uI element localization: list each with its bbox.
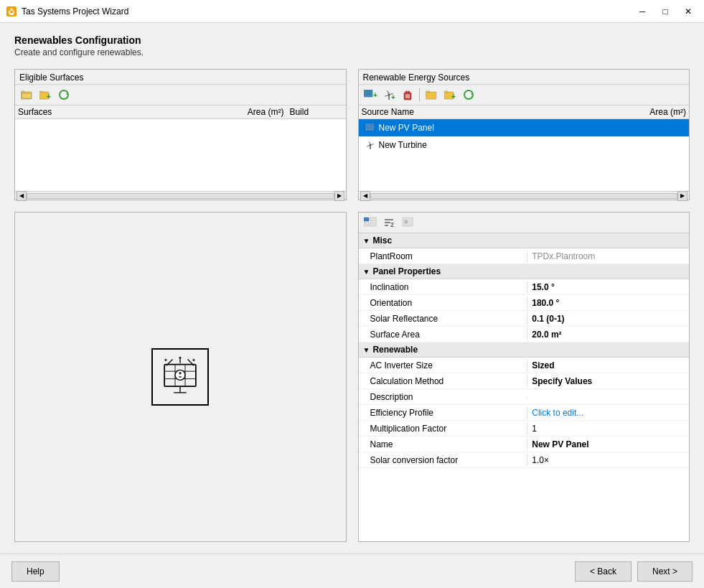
close-button[interactable]: ✕ (678, 4, 698, 19)
surfaces-scrollbar[interactable]: ◀ ▶ (15, 191, 346, 200)
save-source-btn[interactable]: + (441, 87, 459, 103)
open-folder-btn[interactable] (18, 87, 35, 103)
svg-text:+: + (47, 93, 51, 100)
orientation-name: Orientation (359, 297, 527, 309)
renewable-sources-toolbar: + + (359, 85, 690, 106)
prop-row-plantroom: PlantRoom TPDx.Plantroom (359, 248, 690, 264)
open-source-btn[interactable] (423, 87, 440, 103)
sources-scroll-left[interactable]: ◀ (360, 191, 370, 201)
prop-row-inclination: Inclination 15.0 ° (359, 279, 690, 295)
inclination-value[interactable]: 15.0 ° (527, 281, 689, 294)
pv-preview-icon: ✦ ✦ ✦ (151, 348, 209, 406)
page-title: Renewables Configuration (14, 34, 690, 46)
sources-scrollbar[interactable]: ◀ ▶ (359, 191, 690, 200)
next-button[interactable]: Next > (637, 561, 693, 582)
refresh-btn[interactable] (55, 87, 72, 103)
prop-row-multiplication: Multiplication Factor 1 (359, 421, 690, 437)
add-pv-btn[interactable]: + (362, 87, 379, 103)
surface-area-value[interactable]: 20.0 m² (527, 328, 689, 341)
description-value[interactable] (527, 396, 689, 398)
misc-section-header[interactable]: ▼ Misc (359, 233, 690, 248)
name-prop-value[interactable]: New PV Panel (527, 438, 689, 451)
props-list-view-btn[interactable] (362, 215, 379, 230)
pv-panel-name: New PV Panel (379, 123, 434, 133)
renewable-chevron: ▼ (363, 346, 370, 354)
ac-inverter-value[interactable]: Sized (527, 359, 689, 372)
title-bar: Tas Systems Project Wizard ─ □ ✕ (0, 0, 704, 23)
add-turbine-btn[interactable]: + (380, 87, 398, 103)
back-button[interactable]: < Back (575, 561, 632, 582)
efficiency-value[interactable]: Click to edit... (527, 406, 689, 419)
properties-toolbar: 2↓ ≡ (359, 213, 690, 233)
sources-table-body[interactable]: New PV Panel (359, 119, 690, 191)
solar-conversion-value[interactable]: 1.0× (527, 454, 689, 467)
renewable-section-header[interactable]: ▼ Renewable (359, 342, 690, 358)
table-row[interactable]: New PV Panel (359, 119, 690, 136)
scroll-track[interactable] (27, 193, 334, 199)
sources-scroll-track[interactable] (370, 193, 678, 199)
svg-rect-54 (364, 223, 369, 226)
eligible-surfaces-label: Eligible Surfaces (15, 70, 346, 85)
area-col-header: Area (m²) (177, 107, 289, 117)
name-prop-name: Name (359, 438, 527, 451)
svg-text:+: + (391, 93, 395, 101)
eligible-surfaces-panel: Eligible Surfaces + Surfaces Area (m²) B… (14, 69, 347, 200)
solar-reflectance-value[interactable]: 0.1 (0-1) (527, 312, 689, 325)
refresh-source-btn[interactable] (460, 87, 477, 103)
prop-row-name: Name New PV Panel (359, 437, 690, 452)
minimize-button[interactable]: ─ (632, 4, 652, 19)
plantroom-prop-name: PlantRoom (359, 250, 527, 263)
svg-rect-23 (426, 91, 430, 93)
svg-rect-25 (444, 91, 448, 93)
svg-rect-8 (364, 90, 372, 97)
renewable-sources-panel: Renewable Energy Sources + (358, 69, 690, 200)
svg-text:+: + (451, 93, 456, 100)
misc-section-label: Misc (372, 235, 392, 246)
panel-props-chevron: ▼ (363, 268, 370, 276)
calc-method-value[interactable]: Specify Values (527, 375, 689, 388)
orientation-value[interactable]: 180.0 ° (527, 297, 689, 309)
svg-point-40 (175, 370, 185, 380)
calc-method-name: Calculation Method (359, 375, 527, 388)
maximize-button[interactable]: □ (655, 4, 675, 19)
props-sort-btn[interactable]: 2↓ (380, 215, 398, 230)
build-col-header: Build (289, 107, 342, 117)
delete-source-btn[interactable] (399, 87, 416, 103)
svg-rect-5 (39, 91, 43, 93)
misc-chevron: ▼ (363, 237, 370, 245)
title-bar-text: Tas Systems Project Wizard (22, 6, 128, 17)
sources-scroll-right[interactable]: ▶ (677, 191, 687, 201)
multiplication-value[interactable]: 1 (527, 422, 689, 435)
prop-row-solar-conversion: Solar conversion factor 1.0× (359, 452, 690, 468)
help-button[interactable]: Help (11, 561, 60, 582)
page-subtitle: Create and configure renewables. (14, 47, 690, 57)
eligible-surfaces-toolbar: + (15, 85, 346, 106)
svg-text:✦: ✦ (164, 358, 169, 363)
new-folder-btn[interactable]: + (37, 87, 54, 103)
props-filter-btn[interactable]: ≡ (399, 215, 416, 230)
plantroom-prop-value: TPDx.Plantroom (527, 250, 689, 263)
solar-reflectance-name: Solar Reflectance (359, 312, 527, 325)
source-area-col-header: Area (m²) (556, 107, 686, 117)
table-row[interactable]: New Turbine (359, 136, 690, 154)
efficiency-name: Efficiency Profile (359, 406, 527, 419)
svg-text:+: + (373, 91, 377, 99)
turbine-icon (365, 139, 376, 151)
preview-panel: ✦ ✦ ✦ (14, 212, 347, 542)
svg-rect-55 (370, 223, 377, 226)
prop-row-description: Description (359, 389, 690, 405)
svg-text:✦: ✦ (192, 358, 196, 363)
scroll-right-btn[interactable]: ▶ (334, 191, 344, 201)
scroll-left-btn[interactable]: ◀ (17, 191, 27, 201)
properties-body: ▼ Misc PlantRoom TPDx.Plantroom ▼ Panel … (359, 233, 690, 541)
prop-row-orientation: Orientation 180.0 ° (359, 295, 690, 311)
sources-table-header: Source Name Area (m²) (359, 106, 690, 119)
prop-row-surface-area: Surface Area 20.0 m² (359, 327, 690, 342)
svg-rect-22 (426, 92, 436, 99)
svg-text:✦: ✦ (179, 355, 183, 360)
description-name: Description (359, 391, 527, 403)
panel-properties-section-header[interactable]: ▼ Panel Properties (359, 264, 690, 279)
surface-area-name: Surface Area (359, 328, 527, 341)
ac-inverter-name: AC Inverter Size (359, 359, 527, 372)
solar-conversion-name: Solar conversion factor (359, 454, 527, 467)
